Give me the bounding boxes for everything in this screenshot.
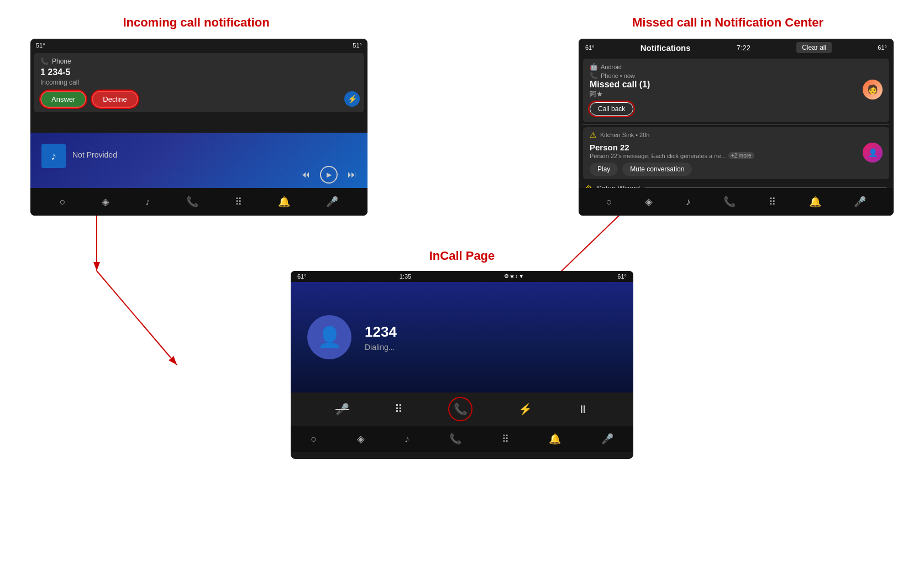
notifications-label: Notifications	[641, 43, 691, 53]
missed-nav-music-icon[interactable]: ♪	[686, 196, 691, 208]
music-icon: ♪	[41, 144, 66, 168]
missed-nav-phone-icon[interactable]: 📞	[723, 196, 736, 208]
missed-nav-grid-icon[interactable]: ⠿	[769, 196, 776, 208]
person22-header: Person 22 Person 22's message; Each clic…	[590, 143, 883, 176]
missed-nav-mic-icon[interactable]: 🎤	[854, 196, 866, 208]
missed-bottom-nav: ○ ◈ ♪ 📞 ⠿ 🔔 🎤	[579, 188, 894, 216]
person22-avatar: 👤	[863, 143, 883, 163]
missed-status-right: 61°	[878, 44, 887, 51]
caller-avatar: 🧑	[863, 80, 883, 100]
incall-screen: 61° 1:35 ⚙★↕▼ 61° 👤 1234 Dialing... 🎤 ⠿ …	[291, 271, 633, 459]
app-name: Phone	[52, 57, 71, 65]
nav-music-icon[interactable]: ♪	[145, 196, 150, 208]
notification-header: 📞 Phone	[40, 57, 358, 65]
incoming-notification-panel: 📞 Phone 1 234-5 Incoming call Answer Dec…	[34, 53, 364, 112]
bluetooth-icon: ⚡	[344, 91, 360, 107]
phone-source: Phone • now	[601, 72, 635, 79]
incall-main-area: 👤 1234 Dialing...	[291, 282, 633, 393]
incall-nav-phone-icon[interactable]: 📞	[449, 433, 461, 445]
play-button[interactable]: Play	[590, 163, 618, 176]
incall-page-title: InCall Page	[351, 249, 573, 263]
incall-nav-music-icon[interactable]: ♪	[405, 433, 410, 445]
nav-phone-icon[interactable]: 📞	[186, 196, 198, 208]
incall-nav-grid-icon[interactable]: ⠿	[502, 433, 509, 445]
missed-status-left: 61°	[585, 44, 595, 51]
svg-line-2	[97, 271, 177, 365]
caller-avatar-large: 👤	[307, 315, 351, 359]
caller-chars: 阿★	[590, 90, 650, 99]
incoming-status-bar: 51° 51°	[30, 39, 368, 52]
incoming-call-title: Incoming call notification	[30, 15, 362, 30]
missed-call-card: 🤖 Android 📞 Phone • now Missed call (1) …	[583, 59, 889, 122]
person22-name: Person 22	[590, 143, 863, 152]
incall-nav-bell-icon[interactable]: 🔔	[549, 433, 561, 445]
android-source: Android	[601, 64, 622, 70]
person-icon: 👤	[317, 326, 342, 349]
missed-nav-bell-icon[interactable]: 🔔	[809, 196, 821, 208]
media-controls: ⏮ ▶ ⏭	[290, 161, 368, 188]
missed-call-title: Missed call in Notification Center	[562, 15, 894, 30]
decline-button[interactable]: Decline	[92, 91, 138, 108]
end-call-button[interactable]: 📞	[448, 397, 473, 421]
status-right: 51°	[353, 42, 362, 49]
incall-nav-home-icon[interactable]: ○	[311, 433, 317, 445]
prev-icon[interactable]: ⏮	[301, 170, 310, 180]
incoming-call-screen: 51° 51° 📞 Phone 1 234-5 Incoming call An…	[30, 39, 368, 216]
android-icon: 🤖	[590, 63, 598, 71]
next-icon[interactable]: ⏭	[348, 170, 356, 180]
phone-small-icon: 📞	[590, 72, 598, 80]
answer-button[interactable]: Answer	[40, 91, 86, 108]
status-left: 51°	[36, 42, 45, 49]
missed-call-text: Missed call (1)	[590, 80, 650, 90]
person22-buttons: Play Mute conversation	[590, 163, 863, 176]
incall-status-bar: 61° 1:35 ⚙★↕▼ 61°	[291, 271, 633, 282]
time-display: 7:22	[737, 44, 750, 52]
bluetooth-incall-icon[interactable]: ⚡	[518, 402, 532, 416]
nav-bell-icon[interactable]: 🔔	[278, 196, 290, 208]
incall-controls: 🎤 ⠿ 📞 ⚡ ⏸	[291, 393, 633, 426]
kitchen-sink-card: ⚠ Kitchen Sink • 20h Person 22 Person 22…	[583, 127, 889, 179]
nav-grid-icon[interactable]: ⠿	[235, 196, 242, 208]
notifications-header: 61° Notifications 7:22 Clear all 61°	[579, 39, 894, 56]
dialpad-icon[interactable]: ⠿	[395, 402, 403, 416]
phone-icon: 📞	[40, 57, 49, 65]
incall-status-right: 61°	[617, 273, 627, 280]
incall-time: 1:35	[400, 273, 411, 280]
mute-icon[interactable]: 🎤	[335, 402, 349, 416]
incall-nav-mic-icon[interactable]: 🎤	[601, 433, 613, 445]
more-badge: +2 more	[728, 152, 754, 159]
end-call-icon: 📞	[454, 402, 468, 416]
kitchen-sink-text: Kitchen Sink • 20h	[600, 132, 649, 138]
incall-status-icons: ⚙★↕▼	[504, 273, 524, 280]
incoming-bottom-nav: ○ ◈ ♪ 📞 ⠿ 🔔 🎤	[30, 188, 368, 216]
incall-bottom-nav: ○ ◈ ♪ 📞 ⠿ 🔔 🎤	[291, 426, 633, 452]
track-name: Not Provided	[72, 150, 117, 159]
incall-status-left: 61°	[297, 273, 307, 280]
caller-info: 1234 Dialing...	[365, 323, 397, 352]
missed-call-screen: 61° Notifications 7:22 Clear all 61° 🤖 A…	[579, 39, 894, 216]
person22-message: Person 22's message; Each click generate…	[590, 153, 726, 159]
incall-caller-number: 1234	[365, 323, 397, 341]
caller-number: 1 234-5	[40, 67, 358, 77]
play-icon[interactable]: ▶	[320, 166, 338, 184]
pause-icon[interactable]: ⏸	[578, 403, 589, 416]
nav-mic-icon[interactable]: 🎤	[326, 196, 338, 208]
missed-card-header: 🤖 Android 📞 Phone • now Missed call (1) …	[590, 63, 883, 116]
missed-nav-home-icon[interactable]: ○	[606, 196, 612, 208]
call-action-buttons: Answer Decline	[40, 91, 358, 108]
mute-conversation-button[interactable]: Mute conversation	[622, 163, 692, 176]
missed-nav-nav-icon[interactable]: ◈	[645, 196, 653, 208]
incall-call-status: Dialing...	[365, 343, 397, 352]
nav-nav-icon[interactable]: ◈	[102, 196, 109, 208]
incall-nav-nav-icon[interactable]: ◈	[357, 433, 365, 445]
divider-1	[583, 124, 889, 125]
call-back-button[interactable]: Call back	[590, 102, 633, 116]
call-type: Incoming call	[40, 79, 358, 86]
warning-icon: ⚠	[590, 130, 597, 139]
clear-all-button[interactable]: Clear all	[796, 42, 832, 53]
nav-home-icon[interactable]: ○	[60, 196, 66, 208]
